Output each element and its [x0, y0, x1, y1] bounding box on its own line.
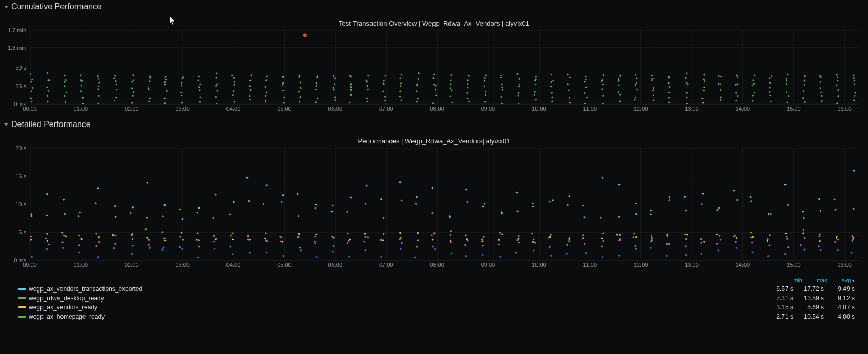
series-max: 13.59 s	[793, 295, 824, 302]
series-swatch	[18, 297, 26, 299]
series-max: 10.54 s	[793, 313, 824, 320]
series-min: 2.71 s	[762, 313, 793, 320]
chart-title: Performances | Wegp_Rdwa_Ax_Vendors| aly…	[5, 134, 863, 146]
cumulative-panel: Test Transaction Overview | Wegp_Rdwa_Ax…	[0, 13, 868, 118]
series-avg: 9.12 s	[824, 295, 855, 302]
series-swatch	[18, 306, 26, 308]
legend-sort-max[interactable]: max	[817, 277, 828, 283]
series-min: 7.31 s	[762, 295, 793, 302]
chevron-down-icon	[4, 123, 8, 126]
series-min: 3.15 s	[762, 304, 793, 311]
legend-row[interactable]: wegp_rdwa_desktop_ready7.31 s13.59 s9.12…	[14, 294, 859, 303]
legend: min max avg wegp_ax_vendors_transactions…	[14, 276, 859, 321]
chevron-down-icon	[4, 6, 8, 8]
series-swatch	[18, 316, 26, 318]
series-name: wegp_ax_homepage_ready	[29, 313, 762, 320]
series-max: 17.72 s	[793, 285, 824, 293]
series-max: 5.69 s	[793, 304, 824, 311]
section-title: Detailed Performance	[11, 120, 91, 129]
perf-chart[interactable]: 0 ms5 s10 s15 s20 s	[30, 148, 860, 261]
series-avg: 4.07 s	[824, 304, 855, 311]
chart-title: Test Transaction Overview | Wegp_Rdwa_Ax…	[5, 16, 863, 28]
series-name: wegp_ax_vendors_transactions_exported	[29, 285, 762, 293]
y-axis-labels: 0 ms25 s50 s1.3 min1.7 min	[6, 30, 28, 104]
section-title: Cumulative Performance	[11, 2, 101, 11]
legend-sort-avg[interactable]: avg	[842, 277, 855, 283]
legend-row[interactable]: wegp_ax_vendors_ready3.15 s5.69 s4.07 s	[14, 303, 859, 312]
series-avg: 4.00 s	[824, 313, 855, 320]
series-min: 6.57 s	[762, 285, 793, 293]
y-axis-labels: 0 ms5 s10 s15 s20 s	[6, 148, 28, 260]
section-toggle-cumulative[interactable]: Cumulative Performance	[0, 0, 868, 13]
legend-sort-min[interactable]: min	[793, 277, 802, 283]
series-swatch	[18, 288, 26, 290]
series-name: wegp_rdwa_desktop_ready	[29, 295, 762, 302]
overview-chart[interactable]: 0 ms25 s50 s1.3 min1.7 min	[30, 30, 860, 105]
overview-canvas	[30, 30, 860, 104]
detailed-panel: Performances | Wegp_Rdwa_Ax_Vendors| aly…	[0, 131, 868, 326]
series-name: wegp_ax_vendors_ready	[29, 304, 762, 311]
legend-header: min max avg	[14, 276, 859, 284]
x-axis-labels: 00:0001:0002:0003:0004:0005:0006:0007:00…	[30, 105, 860, 115]
section-toggle-detailed[interactable]: Detailed Performance	[0, 118, 868, 131]
x-axis-labels: 00:0001:0002:0003:0004:0005:0006:0007:00…	[30, 261, 860, 271]
legend-row[interactable]: wegp_ax_homepage_ready2.71 s10.54 s4.00 …	[14, 312, 859, 321]
legend-row[interactable]: wegp_ax_vendors_transactions_exported6.5…	[14, 284, 859, 294]
series-avg: 9.49 s	[824, 285, 855, 293]
perf-canvas	[30, 148, 860, 260]
